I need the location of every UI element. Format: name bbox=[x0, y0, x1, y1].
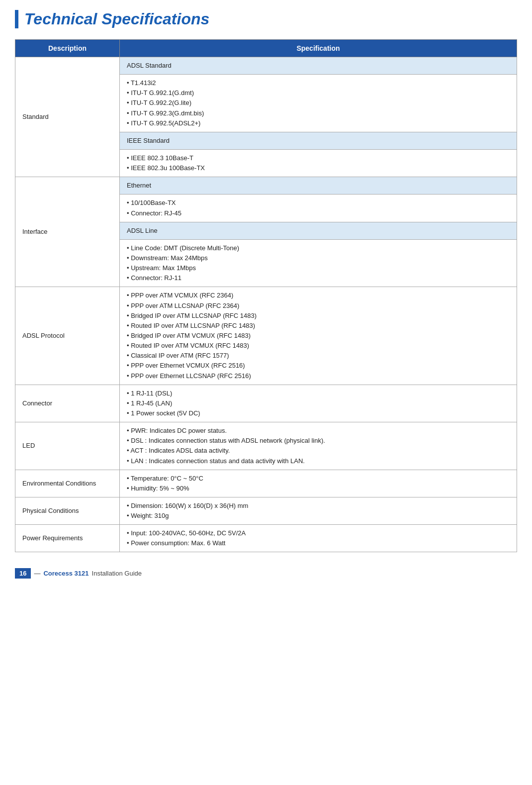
footer-page-number: 16 bbox=[15, 568, 31, 579]
bullets-cell: • Temperature: 0°C ~ 50°C• Humidity: 5% … bbox=[120, 470, 517, 497]
bullets-cell: • PPP over ATM VCMUX (RFC 2364)• PPP ove… bbox=[120, 287, 517, 385]
bullets-cell: • 10/100Base-TX• Connector: RJ-45 bbox=[120, 195, 517, 222]
bullets-cell: • Line Code: DMT (Discrete Multi-Tone)• … bbox=[120, 239, 517, 287]
bullets-cell: • Input: 100-240VAC, 50-60Hz, DC 5V/2A• … bbox=[120, 525, 517, 552]
col-description-header: Description bbox=[15, 40, 120, 57]
footer-dash: — bbox=[34, 570, 40, 577]
specs-table: Description Specification StandardADSL S… bbox=[15, 39, 517, 552]
description-cell: ADSL Protocol bbox=[15, 287, 120, 385]
bullets-cell: • 1 RJ-11 (DSL)• 1 RJ-45 (LAN)• 1 Power … bbox=[120, 385, 517, 422]
footer-brand: Corecess 3121 bbox=[43, 570, 89, 577]
description-cell: Connector bbox=[15, 385, 120, 422]
description-cell: Physical Conditions bbox=[15, 497, 120, 524]
subheader-cell: Ethernet bbox=[120, 177, 517, 195]
bullets-cell: • PWR: Indicates DC power status.• DSL :… bbox=[120, 422, 517, 470]
bullets-cell: • IEEE 802.3 10Base-T• IEEE 802.3u 100Ba… bbox=[120, 149, 517, 177]
footer: 16 — Corecess 3121 Installation Guide bbox=[15, 568, 517, 579]
footer-guide-text: Installation Guide bbox=[92, 570, 142, 577]
subheader-cell: ADSL Line bbox=[120, 222, 517, 239]
subheader-cell: IEEE Standard bbox=[120, 132, 517, 149]
subheader-cell: ADSL Standard bbox=[120, 57, 517, 75]
description-cell: Interface bbox=[15, 177, 120, 287]
col-specification-header: Specification bbox=[120, 40, 517, 57]
page-title: Technical Specifications bbox=[15, 10, 517, 28]
description-cell: Standard bbox=[15, 57, 120, 177]
description-cell: LED bbox=[15, 422, 120, 470]
bullets-cell: • Dimension: 160(W) x 160(D) x 36(H) mm•… bbox=[120, 497, 517, 524]
description-cell: Environmental Conditions bbox=[15, 470, 120, 497]
bullets-cell: • T1.413i2• ITU-T G.992.1(G.dmt)• ITU-T … bbox=[120, 75, 517, 132]
description-cell: Power Requirements bbox=[15, 525, 120, 552]
